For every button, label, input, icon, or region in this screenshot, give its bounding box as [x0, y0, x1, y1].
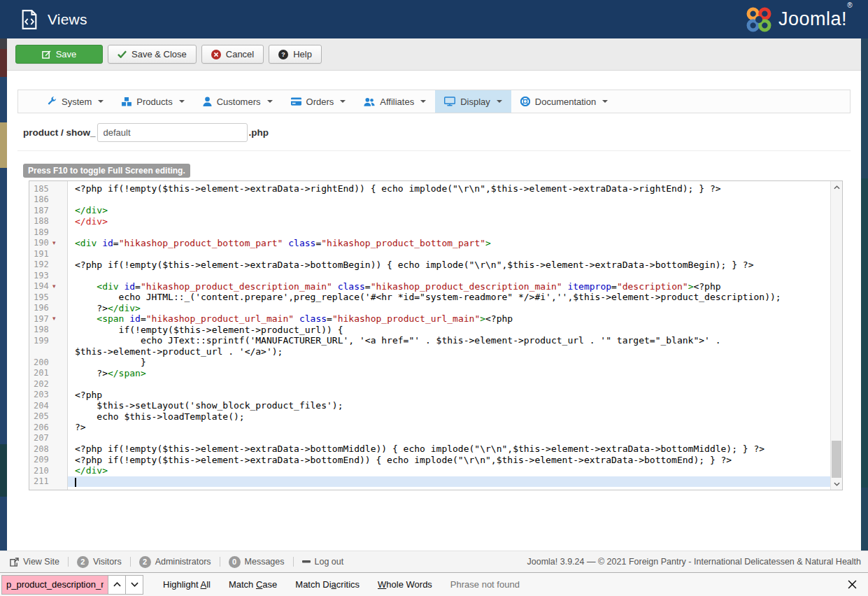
code-line[interactable]: 209<?php if(!empty($this->element->extra… [29, 455, 830, 466]
find-close-button[interactable] [848, 580, 857, 589]
code-line[interactable]: 208<?php if(!empty($this->element->extra… [29, 444, 830, 455]
code-text[interactable] [68, 227, 830, 238]
code-line[interactable]: 211 [29, 476, 830, 488]
header-bar: Views Joomla!® [0, 0, 868, 38]
find-toggle-match-case[interactable]: Match Case [229, 579, 277, 590]
find-toggle-match-diacritics[interactable]: Match Diacritics [295, 579, 360, 590]
fold-marker-icon[interactable]: ▾ [52, 240, 64, 246]
code-line[interactable]: 188</div> [29, 216, 830, 227]
code-text[interactable] [68, 194, 830, 206]
menu-item-display[interactable]: Display [435, 90, 511, 113]
code-text[interactable]: $this->setLayout('show_block_product_fil… [68, 400, 830, 411]
status-left-items: View Site2Visitors2Administrators0Messag… [7, 556, 346, 568]
code-text[interactable]: } [68, 357, 830, 368]
status-bar: View Site2Visitors2Administrators0Messag… [0, 551, 868, 572]
code-line[interactable]: 201 ?></span> [29, 368, 830, 379]
code-text[interactable]: ?></span> [68, 368, 830, 379]
code-line[interactable]: 187</div> [29, 205, 830, 216]
code-line[interactable]: 197▾ <span id="hikashop_product_url_main… [29, 313, 830, 325]
code-line[interactable]: 190▾<div id="hikashop_product_bottom_par… [29, 238, 830, 249]
code-line[interactable]: 202 [29, 378, 830, 390]
caret-down-icon [602, 100, 608, 103]
code-text[interactable]: </div> [68, 216, 830, 227]
menu-item-system[interactable]: System [38, 90, 113, 113]
code-line[interactable]: 205 echo $this->loadTemplate(); [29, 411, 830, 423]
code-line[interactable]: 192<?php if(!empty($this->element->extra… [29, 260, 830, 271]
code-text[interactable]: <?php if(!empty($this->element->extraDat… [68, 455, 830, 466]
fullscreen-hint-badge: Press F10 to toggle Full Screen editing. [23, 164, 190, 178]
code-text[interactable]: ?> [68, 422, 830, 433]
code-text[interactable]: <?php if(!empty($this->element->extraDat… [68, 260, 830, 271]
code-text[interactable]: $this->element->product_url . '</a>'); [68, 346, 830, 357]
code-text[interactable] [68, 270, 830, 281]
code-line[interactable]: 193 [29, 270, 830, 281]
code-line[interactable]: 200 } [29, 357, 830, 368]
status-item-logout[interactable]: Log out [299, 557, 347, 567]
code-text[interactable]: <?php if(!empty($this->element->extraDat… [68, 183, 830, 194]
menu-item-affiliates[interactable]: Affiliates [355, 90, 435, 113]
code-line[interactable]: 203<?php [29, 390, 830, 401]
find-toggle-highlight-all[interactable]: Highlight All [163, 579, 211, 590]
code-text[interactable]: </div> [68, 205, 830, 216]
save-close-button[interactable]: Save & Close [108, 45, 197, 64]
code-line[interactable]: 185<?php if(!empty($this->element->extra… [29, 183, 830, 194]
code-line[interactable]: 210</div> [29, 465, 830, 476]
find-previous-button[interactable] [108, 575, 126, 595]
code-text[interactable] [68, 433, 830, 444]
code-text[interactable]: <?php if(!empty($this->element->extraDat… [68, 444, 830, 455]
code-line[interactable]: 207 [29, 433, 830, 444]
find-toggle-whole-words[interactable]: Whole Words [378, 579, 432, 590]
save-button[interactable]: Save [15, 45, 103, 64]
scrollbar-track[interactable] [831, 193, 842, 478]
code-line[interactable]: 206?> [29, 422, 830, 433]
code-text[interactable]: ?></div> [68, 303, 830, 314]
code-line[interactable]: 186 [29, 194, 830, 206]
menu-item-products[interactable]: Products [113, 90, 193, 113]
code-text[interactable]: <div id="hikashop_product_bottom_part" c… [68, 238, 830, 249]
editor-scrollbar[interactable] [830, 181, 842, 490]
menu-item-orders[interactable]: Orders [282, 90, 355, 113]
line-number-cell: 207 [29, 433, 68, 444]
code-text[interactable] [68, 248, 830, 260]
menu-item-customers[interactable]: Customers [194, 90, 282, 113]
menu-item-documentation[interactable]: Documentation [511, 90, 617, 113]
code-text[interactable]: <?php [68, 390, 830, 401]
code-lines[interactable]: 185<?php if(!empty($this->element->extra… [29, 183, 830, 487]
status-item-administrators[interactable]: 2Administrators [136, 556, 214, 568]
fold-marker-icon[interactable]: ▾ [52, 315, 64, 322]
code-editor[interactable]: 185<?php if(!empty($this->element->extra… [29, 180, 843, 490]
code-text[interactable]: echo JHTML::_('content.prepare',preg_rep… [68, 292, 830, 303]
cancel-button[interactable]: Cancel [201, 45, 264, 64]
status-item-view-site[interactable]: View Site [7, 557, 62, 567]
code-line[interactable]: 198 if(!empty($this->element->product_ur… [29, 325, 830, 336]
line-number-cell: 210 [29, 465, 68, 476]
file-name-input[interactable] [97, 123, 248, 142]
code-text[interactable]: echo JText::sprintf('MANUFACTURER_URL', … [68, 335, 830, 346]
code-text[interactable]: </div> [68, 465, 830, 476]
fold-marker-icon[interactable]: ▾ [52, 283, 64, 290]
help-button[interactable]: ?Help [269, 45, 322, 64]
find-next-button[interactable] [126, 575, 143, 595]
code-text[interactable]: if(!empty($this->element->product_url)) … [68, 325, 830, 336]
scrollbar-thumb[interactable] [832, 441, 841, 478]
code-line[interactable]: 204 $this->setLayout('show_block_product… [29, 400, 830, 411]
code-text[interactable]: <div id="hikashop_product_description_ma… [68, 281, 830, 292]
status-item-visitors[interactable]: 2Visitors [74, 556, 124, 568]
scroll-down-icon[interactable] [831, 478, 842, 490]
line-number: 203 [29, 390, 52, 399]
code-line[interactable]: 191 [29, 248, 830, 260]
find-input[interactable] [1, 575, 108, 595]
code-line[interactable]: 196 ?></div> [29, 303, 830, 314]
scroll-up-icon[interactable] [831, 181, 842, 193]
status-item-messages-label: Messages [245, 557, 285, 567]
code-line[interactable]: 199 echo JText::sprintf('MANUFACTURER_UR… [29, 335, 830, 346]
code-line[interactable]: $this->element->product_url . '</a>'); [29, 346, 830, 357]
code-line[interactable]: 189 [29, 227, 830, 238]
code-text[interactable]: <span id="hikashop_product_url_main" cla… [68, 313, 830, 325]
code-line[interactable]: 195 echo JHTML::_('content.prepare',preg… [29, 292, 830, 303]
code-text[interactable] [68, 476, 830, 488]
code-text[interactable]: echo $this->loadTemplate(); [68, 411, 830, 423]
code-line[interactable]: 194▾ <div id="hikashop_product_descripti… [29, 281, 830, 292]
status-item-messages[interactable]: 0Messages [226, 556, 287, 568]
code-text[interactable] [68, 378, 830, 390]
